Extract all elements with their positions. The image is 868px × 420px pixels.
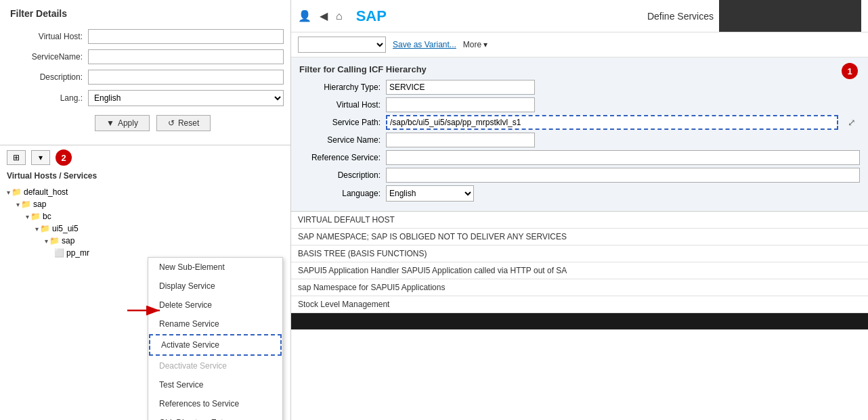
- reset-button[interactable]: ↺ Reset: [156, 115, 211, 131]
- home-icon[interactable]: ⌂: [336, 10, 343, 22]
- expand-icon: ▾: [45, 237, 48, 245]
- expand-icon: ▾: [35, 225, 39, 233]
- tree-item-sap2[interactable]: ▾ 📁 sap: [0, 235, 290, 247]
- results-section: VIRTUAL DEFAULT HOST SAP NAMESPACE; SAP …: [291, 212, 868, 420]
- more-chevron-icon: ▾: [483, 40, 487, 49]
- tree-label-default-host: default_host: [24, 187, 68, 197]
- description-input2[interactable]: [386, 168, 860, 183]
- table-row[interactable]: BASIS TREE (BASIS FUNCTIONS): [291, 246, 868, 262]
- result-text-4: SAPUI5 Application Handler SAPUI5 Applic…: [291, 262, 868, 279]
- sap-header: 👤 ◀ ⌂ SAP Define Services: [291, 0, 868, 32]
- virtual-host-label: Virtual Host:: [7, 32, 88, 41]
- service-path-input[interactable]: [386, 115, 838, 130]
- description-input[interactable]: [88, 70, 284, 85]
- right-panel: 👤 ◀ ⌂ SAP Define Services Save as Varian…: [291, 0, 868, 420]
- left-panel: Filter Details Virtual Host: ServiceName…: [0, 0, 291, 420]
- ref-service-label: Reference Service:: [299, 153, 381, 162]
- context-menu-item-activate[interactable]: Activate Service: [149, 334, 282, 356]
- tree-item-bc[interactable]: ▾ 📁 bc: [0, 210, 290, 223]
- lang-select[interactable]: English: [88, 90, 284, 106]
- virtual-host-input2[interactable]: [386, 97, 535, 112]
- virtual-host-row: Virtual Host:: [7, 29, 284, 44]
- header-title: Define Services: [647, 11, 714, 22]
- more-button[interactable]: More ▾: [463, 40, 487, 49]
- language-select[interactable]: English: [386, 185, 474, 202]
- filter-row-1: Hierarchy Type:: [299, 80, 860, 95]
- context-menu-item-references[interactable]: References to Service: [148, 394, 282, 413]
- table-row[interactable]: SAP NAMESPACE; SAP IS OBLIGED NOT TO DEL…: [291, 229, 868, 246]
- context-menu-item-test[interactable]: Test Service: [148, 375, 282, 394]
- tree-item-ui5-ui5[interactable]: ▾ 📁 ui5_ui5: [0, 223, 290, 235]
- result-text-dark: [291, 313, 868, 330]
- tree-item-sap[interactable]: ▾ 📁 sap: [0, 198, 290, 210]
- filter-row-3: Service Path: ⤢: [299, 115, 860, 130]
- context-menu-item-rename[interactable]: Rename Service: [148, 314, 282, 333]
- filter-row-4: Service Name:: [299, 133, 860, 147]
- button-row: ▼ Apply ↺ Reset: [7, 112, 284, 138]
- result-text-6: Stock Level Management: [291, 296, 868, 313]
- service-name-row: ServiceName:: [7, 49, 284, 64]
- variant-select[interactable]: [298, 37, 386, 53]
- expand-icon: ▾: [16, 201, 20, 208]
- table-row[interactable]: VIRTUAL DEFAULT HOST: [291, 212, 868, 229]
- sap-header-icons: 👤 ◀ ⌂: [298, 9, 343, 22]
- tree-item-default-host[interactable]: ▾ 📁 default_host: [0, 186, 290, 198]
- folder-icon: 📁: [30, 212, 41, 221]
- filter-details-title: Filter Details: [0, 0, 290, 26]
- expand-icon: ▾: [26, 213, 29, 220]
- filter-row-7: Language: English: [299, 185, 860, 202]
- user-icon[interactable]: 👤: [298, 9, 311, 22]
- results-body: VIRTUAL DEFAULT HOST SAP NAMESPACE; SAP …: [291, 212, 868, 330]
- context-menu-item-display[interactable]: Display Service: [148, 277, 282, 296]
- header-right-block: [719, 0, 861, 32]
- hierarchy-type-label: Hierarchy Type:: [299, 83, 381, 92]
- filter-section: Filter for Calling ICF Hierarchy Hierarc…: [291, 57, 868, 212]
- back-icon[interactable]: ◀: [320, 9, 328, 22]
- result-text-2: SAP NAMESPACE; SAP IS OBLIGED NOT TO DEL…: [291, 229, 868, 246]
- service-name-input[interactable]: [88, 49, 284, 64]
- context-menu-item-objdir[interactable]: Obj. Directory Entry: [148, 413, 282, 420]
- tree-label-sap: sap: [33, 200, 46, 209]
- filter-row-5: Reference Service:: [299, 150, 860, 165]
- lang-label: Lang.:: [7, 93, 88, 103]
- filter-icon: ▼: [106, 118, 114, 128]
- service-icon: ⬜: [54, 248, 64, 258]
- filter-section-title: Filter for Calling ICF Hierarchy: [299, 64, 860, 74]
- folder-icon: 📁: [12, 187, 22, 197]
- virtual-host-label2: Virtual Host:: [299, 100, 381, 110]
- service-name-label2: Service Name:: [299, 135, 381, 145]
- tree-expand-btn[interactable]: ⊞: [7, 150, 26, 165]
- service-path-label: Service Path:: [299, 118, 381, 127]
- table-row[interactable]: Stock Level Management: [291, 296, 868, 313]
- save-as-variant-button[interactable]: Save as Variant...: [393, 40, 456, 49]
- chevron-down-icon: ▾: [39, 153, 43, 162]
- grid-icon: ⊞: [13, 153, 20, 162]
- sap-toolbar: Save as Variant... More ▾: [291, 32, 868, 57]
- service-name-input2[interactable]: [386, 133, 535, 147]
- result-text-3: BASIS TREE (BASIS FUNCTIONS): [291, 246, 868, 262]
- tree-label-ui5-ui5: ui5_ui5: [52, 224, 79, 233]
- result-text-1: VIRTUAL DEFAULT HOST: [291, 212, 868, 229]
- sap-logo: SAP: [356, 7, 387, 25]
- reset-icon: ↺: [168, 118, 175, 128]
- virtual-host-input[interactable]: [88, 29, 284, 44]
- tree-section-title: Virtual Hosts / Services: [0, 170, 290, 185]
- ref-service-input[interactable]: [386, 150, 860, 165]
- tree-label-pp-mr: pp_mr: [66, 248, 89, 258]
- folder-icon: 📁: [21, 200, 31, 209]
- description-label2: Description:: [299, 170, 381, 180]
- filter-row-2: Virtual Host:: [299, 97, 860, 112]
- service-path-open-btn[interactable]: ⤢: [844, 117, 860, 128]
- lang-row: Lang.: English: [7, 90, 284, 106]
- context-menu-item-new-sub[interactable]: New Sub-Element: [148, 258, 282, 277]
- folder-icon: 📁: [40, 224, 50, 233]
- result-text-5: sap Namespace for SAPUI5 Applications: [291, 279, 868, 296]
- context-menu-item-deactivate: Deactivate Service: [148, 356, 282, 375]
- tree-collapse-btn[interactable]: ▾: [31, 150, 50, 165]
- context-menu-item-delete[interactable]: Delete Service: [148, 296, 282, 314]
- table-row[interactable]: sap Namespace for SAPUI5 Applications: [291, 279, 868, 296]
- table-row[interactable]: SAPUI5 Application Handler SAPUI5 Applic…: [291, 262, 868, 279]
- apply-button[interactable]: ▼ Apply: [95, 115, 150, 131]
- filter-form: Virtual Host: ServiceName: Description: …: [0, 26, 290, 145]
- hierarchy-type-input[interactable]: [386, 80, 535, 95]
